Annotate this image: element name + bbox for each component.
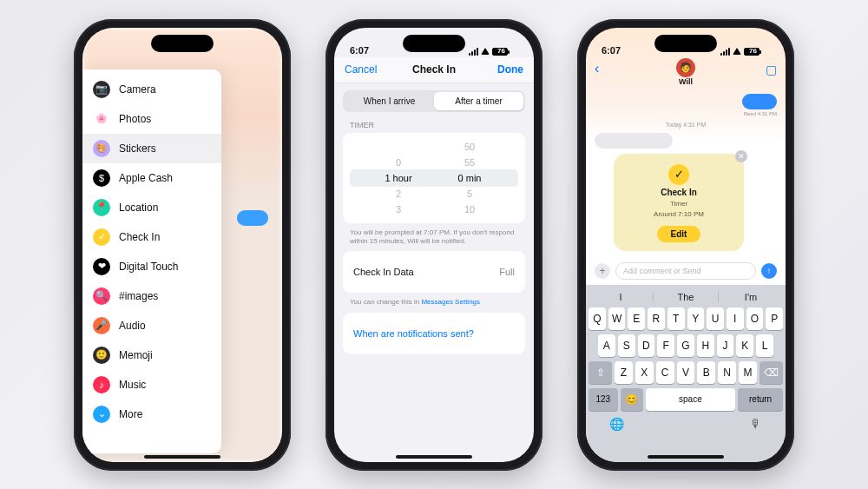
key-s[interactable]: S xyxy=(618,334,635,357)
done-button[interactable]: Done xyxy=(497,63,523,76)
app-row-camera[interactable]: 📷Camera xyxy=(82,75,221,104)
wifi-icon xyxy=(481,48,490,55)
return-key[interactable]: return xyxy=(738,388,783,411)
key-t[interactable]: T xyxy=(667,307,685,330)
key-h[interactable]: H xyxy=(697,334,714,357)
key-z[interactable]: Z xyxy=(615,361,633,384)
messages-settings-link[interactable]: Messages Settings xyxy=(421,298,480,306)
key-b[interactable]: B xyxy=(697,361,715,384)
edit-button[interactable]: Edit xyxy=(657,226,701,242)
home-indicator[interactable] xyxy=(144,455,220,459)
checkin-data-row[interactable]: Check In Data Full xyxy=(343,258,525,286)
dynamic-island xyxy=(151,35,214,52)
shift-key[interactable]: ⇧ xyxy=(589,361,612,384)
facetime-icon[interactable]: ▢ xyxy=(766,63,777,76)
app-icon: ❤ xyxy=(93,258,110,275)
cancel-button[interactable]: Cancel xyxy=(345,63,377,76)
key-n[interactable]: N xyxy=(718,361,736,384)
compose-input[interactable]: Add comment or Send xyxy=(615,262,756,280)
key-c[interactable]: C xyxy=(656,361,674,384)
row-value: Full xyxy=(499,267,515,277)
avatar[interactable]: 🧑 xyxy=(676,58,695,77)
app-row-more[interactable]: ⌄More xyxy=(82,400,221,429)
globe-icon[interactable]: 🌐 xyxy=(609,417,624,431)
timer-picker[interactable]: 01 hour2350550 min510 xyxy=(343,140,525,216)
back-button[interactable]: ‹ xyxy=(595,61,599,76)
key-e[interactable]: E xyxy=(628,307,645,330)
card-title: Check In xyxy=(661,188,697,197)
app-label: Check In xyxy=(119,231,160,243)
app-row-music[interactable]: ♪Music xyxy=(82,370,221,400)
app-label: Apple Cash xyxy=(119,172,173,184)
checkin-card: ✕ ✓ Check In Timer Around 7:10 PM Edit xyxy=(614,154,744,251)
app-row-memoji[interactable]: 🙂Memoji xyxy=(82,340,221,370)
phone-apps-sheet: 📷Camera🌸Photos🎨Stickers$Apple Cash📍Locat… xyxy=(74,19,291,471)
segment-timer[interactable]: After a timer xyxy=(434,92,523,110)
check-icon: ✓ xyxy=(668,164,689,185)
send-button[interactable]: ↑ xyxy=(761,263,777,279)
key-x[interactable]: X xyxy=(635,361,654,384)
app-row-images[interactable]: 🔍#images xyxy=(82,281,221,311)
chat-header: ‹ ▢ 🧑 Will xyxy=(586,57,786,87)
key-q[interactable]: Q xyxy=(589,307,606,330)
app-row-digitaltouch[interactable]: ❤Digital Touch xyxy=(82,252,221,281)
space-key[interactable]: space xyxy=(646,388,736,411)
numeric-key[interactable]: 123 xyxy=(589,388,618,411)
app-label: Music xyxy=(119,379,146,391)
notifications-link[interactable]: When are notifications sent? xyxy=(343,320,525,347)
timer-picker-card: 01 hour2350550 min510 xyxy=(343,133,525,223)
suggestion[interactable]: I xyxy=(589,292,653,302)
emoji-key[interactable]: 😊 xyxy=(621,388,643,411)
app-row-stickers[interactable]: 🎨Stickers xyxy=(82,134,221,163)
key-m[interactable]: M xyxy=(739,361,757,384)
key-y[interactable]: Y xyxy=(687,307,705,330)
key-k[interactable]: K xyxy=(736,334,753,357)
app-row-audio[interactable]: 🎤Audio xyxy=(82,311,221,340)
app-drawer: 📷Camera🌸Photos🎨Stickers$Apple Cash📍Locat… xyxy=(82,69,221,453)
notif-card: When are notifications sent? xyxy=(343,313,525,354)
mic-icon[interactable]: 🎙 xyxy=(750,417,762,431)
keyboard: ITheI'm QWERTYUIOPASDFGHJKL⇧ZXCVBNM⌫123😊… xyxy=(586,285,786,462)
signal-icon xyxy=(469,48,478,56)
suggestion[interactable]: I'm xyxy=(718,292,783,302)
signal-icon xyxy=(720,48,730,56)
app-row-applecash[interactable]: $Apple Cash xyxy=(82,163,221,193)
close-icon[interactable]: ✕ xyxy=(735,150,747,162)
key-l[interactable]: L xyxy=(756,334,773,357)
mode-segmented[interactable]: When I arrive After a timer xyxy=(343,90,525,112)
dynamic-island xyxy=(654,35,717,52)
key-o[interactable]: O xyxy=(746,307,764,330)
key-g[interactable]: G xyxy=(677,334,694,357)
key-u[interactable]: U xyxy=(707,307,724,330)
key-p[interactable]: P xyxy=(766,307,783,330)
data-card: Check In Data Full xyxy=(343,251,525,293)
app-icon: 🙂 xyxy=(93,347,110,364)
card-line1: Timer xyxy=(670,200,687,208)
key-r[interactable]: R xyxy=(648,307,665,330)
backspace-key[interactable]: ⌫ xyxy=(760,361,783,384)
contact-name[interactable]: Will xyxy=(679,77,693,86)
key-f[interactable]: F xyxy=(657,334,674,357)
key-a[interactable]: A xyxy=(598,334,615,357)
read-receipt: Read 4:31 PM xyxy=(744,111,777,116)
suggestion[interactable]: The xyxy=(653,292,718,302)
app-icon: ✓ xyxy=(93,228,110,246)
key-v[interactable]: V xyxy=(677,361,695,384)
app-row-checkin[interactable]: ✓Check In xyxy=(82,222,221,252)
nav-bar: Cancel Check In Done xyxy=(334,57,534,83)
wifi-icon xyxy=(733,48,741,55)
home-indicator[interactable] xyxy=(648,455,724,459)
app-icon: $ xyxy=(93,169,110,187)
app-label: Camera xyxy=(119,83,156,96)
plus-button[interactable]: + xyxy=(595,263,610,279)
key-d[interactable]: D xyxy=(638,334,655,357)
key-j[interactable]: J xyxy=(717,334,734,357)
key-w[interactable]: W xyxy=(608,307,626,330)
dynamic-island xyxy=(403,35,465,52)
app-row-photos[interactable]: 🌸Photos xyxy=(82,104,221,134)
app-icon: 🎨 xyxy=(93,140,110,157)
home-indicator[interactable] xyxy=(396,455,472,459)
app-row-location[interactable]: 📍Location xyxy=(82,193,221,222)
key-i[interactable]: I xyxy=(727,307,744,330)
segment-arrive[interactable]: When I arrive xyxy=(345,92,434,110)
